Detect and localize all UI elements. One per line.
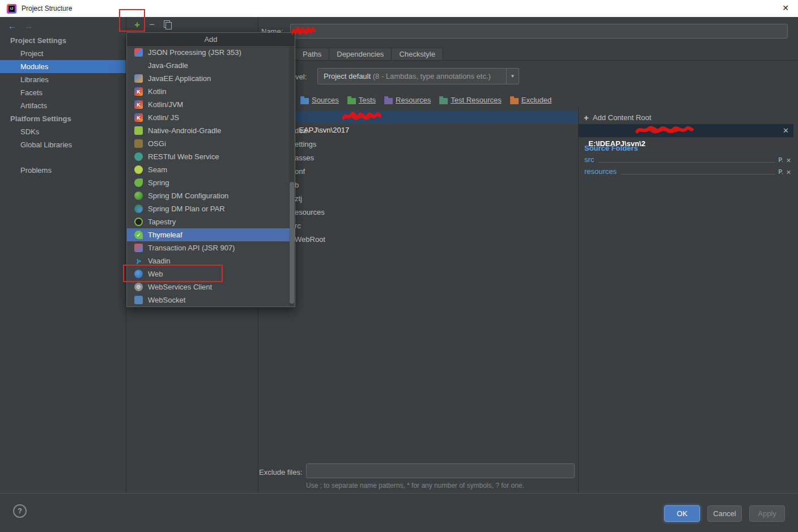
editor-tab[interactable]: Dependencies — [329, 48, 392, 61]
tree-row[interactable]: onf — [258, 165, 578, 178]
mark-as-button[interactable]: Sources — [300, 96, 339, 104]
exclude-files-input[interactable] — [306, 463, 575, 478]
framework-icon — [134, 191, 143, 200]
module-editor-tabs: Paths Dependencies Checkstyle — [295, 48, 443, 61]
popup-menu-item[interactable]: Native-Android-Gradle — [127, 124, 295, 137]
popup-menu-item[interactable]: Vaadin — [127, 254, 295, 267]
popup-menu-item[interactable]: Web — [127, 267, 295, 280]
mark-as-button[interactable]: Resources — [384, 96, 431, 104]
framework-icon — [134, 87, 143, 96]
language-level-value: Project default — [324, 72, 371, 80]
source-folder-link[interactable]: resources — [584, 167, 617, 176]
popup-item-label: WebSocket — [148, 296, 185, 304]
sidebar-item[interactable]: Modules — [0, 60, 126, 73]
popup-item-label: Vaadin — [148, 257, 171, 265]
source-folder-row: resources P. ✕ — [584, 166, 791, 178]
popup-menu-item[interactable]: OSGi — [127, 137, 295, 150]
copy-module-icon[interactable] — [164, 20, 171, 29]
source-folder-list: src P. ✕ resources P. ✕ — [584, 154, 791, 178]
tree-row[interactable]: WebRoot — [258, 233, 578, 246]
sidebar-item[interactable]: Global Libraries — [0, 138, 126, 151]
popup-item-label: Tapestry — [148, 218, 176, 226]
remove-source-folder-icon[interactable]: ✕ — [786, 168, 791, 176]
popup-item-label: Spring DM Configuration — [148, 191, 228, 200]
project-structure-dialog: { "colors": { "selection_blue": "#4b6eaf… — [0, 0, 798, 532]
popup-menu-item[interactable]: Thymeleaf — [127, 228, 295, 241]
sidebar-item[interactable]: Problems — [0, 164, 126, 177]
apply-button[interactable]: Apply — [749, 505, 785, 522]
add-content-root-button[interactable]: + Add Content Root — [584, 113, 651, 122]
module-name-input[interactable] — [290, 24, 788, 39]
forward-arrow-icon[interactable]: → — [24, 21, 33, 31]
popup-menu-item[interactable]: Spring — [127, 176, 295, 189]
help-button[interactable]: ? — [13, 504, 27, 518]
chevron-down-icon[interactable]: ▼ — [506, 69, 519, 84]
framework-icon — [134, 74, 143, 83]
back-arrow-icon[interactable]: ← — [8, 21, 16, 31]
tree-row[interactable]: dea — [258, 124, 578, 138]
tabs-underline — [258, 60, 798, 61]
folder-icon — [384, 98, 393, 104]
tree-row[interactable]: b — [258, 178, 578, 192]
tree-row[interactable]: asses — [258, 151, 578, 165]
tree-row[interactable]: esources — [258, 206, 578, 219]
popup-menu-item[interactable]: Kotlin/JVM — [127, 98, 295, 111]
sidebar-item[interactable]: Project Settings — [0, 34, 126, 47]
popup-item-label: JSON Processing (JSR 353) — [148, 48, 241, 57]
source-folder-link[interactable]: src — [584, 155, 594, 164]
sidebar-item[interactable]: Project — [0, 47, 126, 60]
package-prefix-icon[interactable]: P. — [779, 168, 783, 176]
content-root-tree-row[interactable]: EAPJ\svn\2017 — [258, 110, 578, 124]
package-prefix-icon[interactable]: P. — [779, 156, 783, 164]
popup-menu-item[interactable]: JSON Processing (JSR 353) — [127, 46, 295, 59]
popup-menu-item[interactable]: Seam — [127, 163, 295, 176]
popup-item-label: Kotlin — [148, 87, 167, 96]
popup-menu-item[interactable]: WebSocket — [127, 293, 295, 307]
popup-menu-item[interactable]: JavaEE Application — [127, 72, 295, 85]
popup-menu-item[interactable]: Java-Gradle — [127, 59, 295, 72]
remove-source-folder-icon[interactable]: ✕ — [786, 156, 791, 164]
sidebar-item[interactable]: Facets — [0, 86, 126, 99]
tree-row[interactable]: rc — [258, 219, 578, 233]
popup-menu-item[interactable]: Spring DM Plan or PAR — [127, 202, 295, 215]
close-window-button[interactable]: ✕ — [782, 3, 789, 12]
leader-line — [621, 174, 775, 175]
framework-icon — [134, 244, 143, 252]
popup-scrollbar-thumb[interactable] — [290, 182, 294, 304]
tree-row[interactable]: ztj — [258, 192, 578, 206]
mark-as-button[interactable]: Test Resources — [439, 96, 502, 104]
remove-module-button[interactable]: − — [149, 20, 155, 29]
popup-item-label: Spring — [148, 178, 169, 187]
sidebar-item[interactable]: Artifacts — [0, 99, 126, 112]
content-root-path-row[interactable]: E:\IDEAPJ\svn\2 ✕ — [579, 124, 793, 137]
mark-as-button[interactable]: Tests — [347, 96, 376, 104]
add-module-button[interactable]: + — [134, 20, 140, 29]
sidebar-list: Project Settings Project Modules Librari… — [0, 34, 126, 177]
popup-menu-item[interactable]: WebServices Client — [127, 280, 295, 293]
framework-icon — [134, 126, 143, 135]
content-tree: dea ettings asses onf b ztj esources rc … — [258, 124, 578, 246]
ok-button[interactable]: OK — [664, 505, 700, 522]
popup-menu-item[interactable]: Tapestry — [127, 215, 295, 228]
language-level-dropdown[interactable]: Project default (8 - Lambdas, type annot… — [317, 68, 519, 84]
mark-as-buttons: Sources Tests Resources Test Resources E… — [300, 96, 551, 104]
remove-content-root-icon[interactable]: ✕ — [783, 124, 789, 137]
tree-row[interactable]: ettings — [258, 138, 578, 151]
editor-tab[interactable]: Checkstyle — [392, 48, 443, 61]
popup-menu-item[interactable]: RESTful Web Service — [127, 150, 295, 163]
language-level-detail: (8 - Lambdas, type annotations etc.) — [371, 72, 491, 80]
popup-menu-item[interactable]: Spring DM Configuration — [127, 189, 295, 202]
sidebar-item[interactable]: Platform Settings — [0, 112, 126, 125]
source-folder-row: src P. ✕ — [584, 154, 791, 166]
editor-tab[interactable]: Paths — [295, 48, 329, 61]
cancel-button[interactable]: Cancel — [707, 505, 742, 522]
popup-menu-item[interactable]: Kotlin/ JS — [127, 111, 295, 124]
popup-menu-item[interactable]: Kotlin — [127, 85, 295, 98]
popup-menu-item[interactable]: Transaction API (JSR 907) — [127, 241, 295, 254]
settings-sidebar: ← → Project Settings Project Modules Lib… — [0, 17, 126, 493]
window-title: Project Structure — [22, 5, 72, 12]
sidebar-item[interactable]: Libraries — [0, 73, 126, 86]
sidebar-item[interactable]: SDKs — [0, 125, 126, 138]
folder-icon — [439, 98, 448, 104]
mark-as-button[interactable]: Excluded — [510, 96, 551, 104]
